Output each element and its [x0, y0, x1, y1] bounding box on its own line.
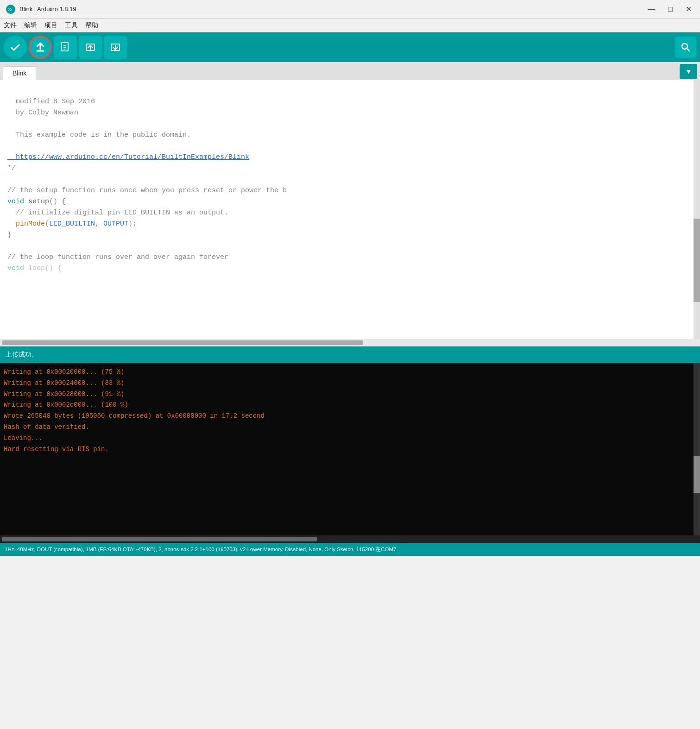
search-icon [680, 42, 691, 53]
menu-bar: 文件 编辑 项目 工具 帮助 [0, 19, 700, 32]
maximize-button[interactable]: □ [665, 4, 675, 14]
code-line-6: void setup() { [7, 198, 66, 206]
menu-help[interactable]: 帮助 [85, 21, 98, 30]
upload-button[interactable] [29, 36, 52, 59]
menu-tools[interactable]: 工具 [65, 21, 78, 30]
upload-status-bar: 上传成功。 [0, 346, 700, 363]
svg-line-13 [687, 49, 690, 51]
code-line-3: This example code is in the public domai… [7, 131, 191, 139]
editor-scrollbar-thumb[interactable] [694, 219, 700, 302]
chevron-down-icon: ▾ [687, 66, 691, 76]
close-button[interactable]: ✕ [683, 4, 694, 14]
editor-h-scrollbar-thumb[interactable] [2, 340, 363, 345]
console-line-9: Hard resetting via RTS pin. [4, 444, 700, 455]
code-line-10: // the loop function runs over and over … [7, 253, 228, 261]
title-bar: ∞ Blink | Arduino 1.8.19 — □ ✕ [0, 0, 700, 19]
open-icon [85, 42, 96, 53]
menu-project[interactable]: 项目 [44, 21, 57, 30]
code-line-11: void loop() { [7, 264, 62, 272]
console-scrollbar-thumb[interactable] [694, 456, 700, 493]
code-line-2: by Colby Newman [7, 109, 78, 117]
open-button[interactable] [79, 36, 102, 59]
search-button[interactable] [675, 37, 696, 58]
code-line-1: modified 8 Sep 2016 [7, 98, 95, 106]
code-link[interactable]: https://www.arduino.cc/en/Tutorial/Built… [7, 153, 249, 161]
console-line-3: Writing at 0x00028000... (91 %) [4, 389, 700, 400]
console-line-4: Writing at 0x0002c000... (100 %) [4, 400, 700, 411]
code-line-7: // initialize digital pin LED_BUILTIN as… [7, 209, 228, 217]
console-line-1: Writing at 0x00020000... (75 %) [4, 367, 700, 378]
console-h-scrollbar-thumb[interactable] [2, 537, 317, 541]
toolbar [0, 32, 700, 62]
checkmark-icon [10, 42, 21, 53]
tab-blink[interactable]: Blink [3, 66, 36, 80]
minimize-button[interactable]: — [645, 4, 658, 14]
verify-button[interactable] [4, 36, 27, 59]
menu-file[interactable]: 文件 [4, 21, 17, 30]
arduino-logo-icon: ∞ [6, 4, 16, 14]
upload-status-text: 上传成功。 [6, 351, 38, 359]
window-title: Blink | Arduino 1.8.19 [19, 6, 76, 13]
toolbar-right [675, 37, 696, 58]
toolbar-left [4, 36, 127, 59]
console-line-5: Wrote 265040 bytes (195060 compressed) a… [4, 411, 700, 422]
tab-dropdown-button[interactable]: ▾ [680, 64, 697, 79]
console-line-2: Writing at 0x00024000... (83 %) [4, 378, 700, 389]
new-button[interactable] [54, 36, 77, 59]
bottom-status-text: 1Hz, 40MHz, DOUT (compatible), 1MB (FS:6… [5, 546, 397, 553]
code-line-5: // the setup function runs once when you… [7, 187, 287, 195]
console-line-6: Hash of data verified. [4, 422, 700, 433]
code-line-8: pinMode(LED_BUILTIN, OUTPUT); [7, 220, 137, 228]
bottom-status-bar: 1Hz, 40MHz, DOUT (compatible), 1MB (FS:6… [0, 543, 700, 556]
tab-bar: Blink ▾ [0, 62, 700, 80]
title-bar-controls: — □ ✕ [645, 4, 694, 14]
save-button[interactable] [104, 36, 127, 59]
svg-text:∞: ∞ [8, 6, 12, 13]
editor-area[interactable]: modified 8 Sep 2016 by Colby Newman This… [0, 80, 700, 339]
save-icon [110, 42, 121, 53]
editor-horizontal-scroll[interactable] [0, 339, 700, 346]
code-editor: modified 8 Sep 2016 by Colby Newman This… [7, 85, 700, 285]
code-line-9: } [7, 231, 12, 239]
console-area: Writing at 0x00020000... (75 %) Writing … [0, 363, 700, 535]
svg-rect-4 [62, 43, 68, 51]
console-horizontal-scroll[interactable] [0, 535, 700, 543]
code-line-4: */ [7, 164, 16, 172]
editor-vertical-scrollbar[interactable] [694, 80, 700, 339]
new-file-icon [60, 42, 71, 53]
console-vertical-scrollbar[interactable] [694, 363, 700, 535]
console-output: Writing at 0x00020000... (75 %) Writing … [4, 367, 700, 455]
upload-arrow-icon [35, 42, 46, 53]
title-bar-left: ∞ Blink | Arduino 1.8.19 [6, 4, 76, 14]
console-line-8: Leaving... [4, 433, 700, 444]
menu-edit[interactable]: 编辑 [24, 21, 37, 30]
